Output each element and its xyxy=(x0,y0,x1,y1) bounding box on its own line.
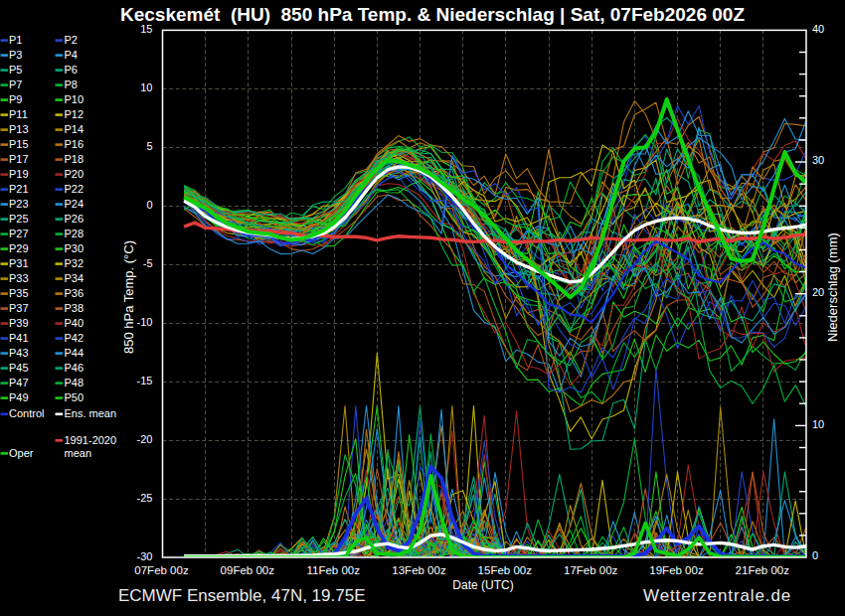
svg-text:P2: P2 xyxy=(65,34,78,46)
svg-text:15Feb 00z: 15Feb 00z xyxy=(478,564,533,576)
svg-text:P6: P6 xyxy=(65,64,78,76)
svg-text:15: 15 xyxy=(140,23,152,35)
svg-text:20: 20 xyxy=(812,286,824,298)
svg-text:-25: -25 xyxy=(137,492,153,504)
svg-text:11Feb 00z: 11Feb 00z xyxy=(306,564,360,576)
svg-text:P39: P39 xyxy=(9,317,29,329)
svg-text:P9: P9 xyxy=(9,93,22,105)
svg-text:19Feb 00z: 19Feb 00z xyxy=(649,564,704,576)
svg-text:P27: P27 xyxy=(9,228,29,239)
svg-text:-30: -30 xyxy=(137,550,153,562)
svg-text:P4: P4 xyxy=(65,49,78,61)
svg-text:P17: P17 xyxy=(9,153,29,165)
svg-text:P49: P49 xyxy=(9,391,29,403)
svg-text:Kecskemét (HU) 850 hPa Temp.: Kecskemét (HU) 850 hPa Temp. & Niedersch… xyxy=(120,4,745,25)
svg-text:5: 5 xyxy=(146,140,152,152)
svg-text:-15: -15 xyxy=(137,375,153,386)
svg-text:P16: P16 xyxy=(65,138,84,150)
svg-text:07Feb 00z: 07Feb 00z xyxy=(134,564,189,576)
svg-text:0: 0 xyxy=(146,199,152,211)
svg-text:P46: P46 xyxy=(65,362,84,374)
svg-text:P48: P48 xyxy=(65,377,84,388)
svg-text:13Feb 00z: 13Feb 00z xyxy=(392,564,446,576)
svg-text:P21: P21 xyxy=(9,183,29,195)
svg-text:P41: P41 xyxy=(9,332,29,344)
svg-text:P19: P19 xyxy=(9,168,29,180)
svg-text:P7: P7 xyxy=(9,78,22,90)
svg-text:P28: P28 xyxy=(65,228,84,239)
svg-text:P20: P20 xyxy=(65,168,84,180)
svg-text:0: 0 xyxy=(812,549,818,561)
svg-text:21Feb 00z: 21Feb 00z xyxy=(736,564,790,576)
svg-text:40: 40 xyxy=(812,23,824,35)
svg-text:Wetterzentrale.de: Wetterzentrale.de xyxy=(643,586,791,605)
svg-text:P37: P37 xyxy=(9,302,29,314)
svg-text:P33: P33 xyxy=(9,272,29,284)
svg-text:P8: P8 xyxy=(65,78,78,90)
svg-text:30: 30 xyxy=(812,154,824,166)
svg-text:P36: P36 xyxy=(65,287,84,299)
svg-text:P12: P12 xyxy=(65,108,84,120)
svg-text:P11: P11 xyxy=(9,108,28,120)
svg-text:1991-2020: 1991-2020 xyxy=(65,434,117,446)
svg-text:P50: P50 xyxy=(65,391,84,403)
svg-text:09Feb 00z: 09Feb 00z xyxy=(221,564,275,576)
svg-text:P14: P14 xyxy=(65,123,84,135)
svg-text:P10: P10 xyxy=(65,93,84,105)
svg-text:850 hPa Temp. (°C): 850 hPa Temp. (°C) xyxy=(121,240,136,354)
svg-text:P22: P22 xyxy=(65,183,84,195)
svg-text:P18: P18 xyxy=(65,153,84,165)
svg-text:P40: P40 xyxy=(65,317,84,329)
svg-text:P31: P31 xyxy=(9,257,29,269)
svg-text:Niederschlag (mm): Niederschlag (mm) xyxy=(825,232,840,342)
svg-text:P1: P1 xyxy=(9,34,22,46)
svg-text:P38: P38 xyxy=(65,302,84,314)
svg-text:-10: -10 xyxy=(137,316,153,328)
svg-text:-5: -5 xyxy=(143,257,153,269)
svg-text:P13: P13 xyxy=(9,123,29,135)
svg-text:ECMWF Ensemble, 47N, 19.75E: ECMWF Ensemble, 47N, 19.75E xyxy=(118,586,365,605)
svg-text:P43: P43 xyxy=(9,347,29,359)
svg-text:P5: P5 xyxy=(9,64,22,76)
svg-text:Control: Control xyxy=(9,407,44,419)
svg-text:P3: P3 xyxy=(9,49,22,61)
svg-text:P42: P42 xyxy=(65,332,84,344)
svg-text:mean: mean xyxy=(65,447,92,459)
svg-text:P34: P34 xyxy=(65,272,84,284)
svg-text:Date (UTC): Date (UTC) xyxy=(452,578,513,592)
svg-text:P25: P25 xyxy=(9,213,29,225)
svg-text:P44: P44 xyxy=(65,347,84,359)
svg-text:P26: P26 xyxy=(65,213,84,225)
svg-text:P47: P47 xyxy=(9,377,29,388)
svg-text:P29: P29 xyxy=(9,242,29,254)
svg-text:P45: P45 xyxy=(9,362,29,374)
svg-text:P23: P23 xyxy=(9,198,29,210)
svg-text:-20: -20 xyxy=(137,433,153,445)
svg-text:P30: P30 xyxy=(65,242,84,254)
svg-text:10: 10 xyxy=(812,418,824,430)
svg-text:P15: P15 xyxy=(9,138,29,150)
svg-text:Oper: Oper xyxy=(9,447,34,459)
svg-text:Ens. mean: Ens. mean xyxy=(65,407,117,419)
svg-text:10: 10 xyxy=(140,81,152,93)
svg-text:17Feb 00z: 17Feb 00z xyxy=(564,564,618,576)
svg-text:P35: P35 xyxy=(9,287,29,299)
svg-text:P24: P24 xyxy=(65,198,84,210)
svg-text:P32: P32 xyxy=(65,257,84,269)
